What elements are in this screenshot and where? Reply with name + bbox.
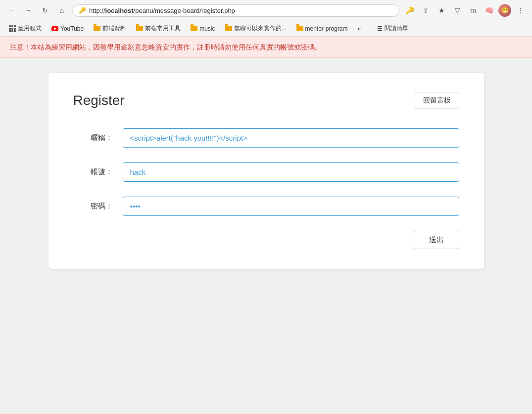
password-label: 密碼：	[73, 202, 113, 211]
browser-toolbar: ← → ↻ ⌂ 🔑 http://localhost/peanu/message…	[0, 0, 532, 21]
url-text: http://localhost/peanu/message-board/reg…	[89, 7, 393, 14]
warning-banner: 注意！本站為練習用網站，因教學用途刻意忽略資安的實作，註冊時請勿使用任何真實的帳…	[0, 37, 532, 58]
url-protocol: http://	[89, 7, 105, 14]
card-header: Register 回留言板	[73, 93, 459, 108]
bookmark-mentor-label: mentor-program	[305, 25, 348, 32]
extensions-icon[interactable]: 🧠	[483, 4, 495, 17]
nickname-label: 暱稱：	[73, 133, 113, 143]
bookmark-apps-label: 應用程式	[18, 24, 42, 33]
lock-icon: 🔑	[79, 7, 86, 14]
bookmark-youtube[interactable]: YouTube	[48, 24, 88, 34]
bookmark-music[interactable]: music	[187, 24, 219, 34]
back-to-board-button[interactable]: 回留言板	[415, 93, 459, 108]
page-background: Register 回留言板 暱稱： 帳號： 密碼： 送出	[0, 58, 532, 405]
bookmark-youtube-label: YouTube	[60, 25, 84, 32]
bookmark-apps[interactable]: 應用程式	[5, 23, 46, 34]
password-row: 密碼：	[73, 197, 459, 216]
folder-icon-4	[225, 25, 232, 32]
folder-icon-3	[191, 25, 197, 32]
bookmark-boring[interactable]: 無聊可以來實作的...	[221, 23, 290, 34]
account-icon[interactable]: m	[467, 4, 480, 17]
bookmark-music-label: music	[199, 25, 215, 32]
reading-list-icon: ☰	[377, 25, 383, 32]
warning-text: 注意！本站為練習用網站，因教學用途刻意忽略資安的實作，註冊時請勿使用任何真實的帳…	[10, 43, 322, 51]
folder-icon-5	[296, 25, 303, 32]
bookmark-frontend-data[interactable]: 前端資料	[90, 23, 130, 34]
folder-icon-2	[136, 25, 143, 32]
reading-list-button[interactable]: ☰ 閱讀清單	[373, 23, 412, 34]
bookmark-mentor[interactable]: mentor-program	[292, 24, 352, 34]
bookmarks-separator	[369, 25, 369, 33]
apps-grid-icon	[9, 25, 16, 32]
bookmark-frontend-data-label: 前端資料	[102, 24, 126, 33]
bookmark-star-icon[interactable]: ★	[435, 4, 448, 17]
password-input[interactable]	[123, 197, 459, 216]
youtube-icon	[51, 25, 58, 32]
key-icon[interactable]: 🔑	[403, 4, 416, 17]
nickname-input[interactable]	[123, 128, 459, 148]
share-icon[interactable]: ⇪	[419, 4, 432, 17]
form-actions: 送出	[73, 231, 459, 249]
account-row: 帳號：	[73, 162, 459, 182]
toolbar-icons: 🔑 ⇪ ★ ▽ m 🧠 😁 ⋮	[403, 4, 527, 17]
bookmarks-bar: 應用程式 YouTube 前端資料 前端常用工具 music	[0, 21, 532, 37]
home-button[interactable]: ⌂	[55, 4, 68, 17]
submit-button[interactable]: 送出	[414, 231, 459, 249]
menu-icon[interactable]: ⋮	[514, 4, 527, 17]
account-label: 帳號：	[73, 167, 113, 177]
reading-list-label: 閱讀清單	[385, 24, 408, 33]
nickname-row: 暱稱：	[73, 128, 459, 148]
bookmark-frontend-tools-label: 前端常用工具	[145, 24, 181, 33]
url-path: /peanu/message-board/register.php	[134, 7, 235, 14]
url-host: localhost	[105, 7, 134, 14]
bookmark-boring-label: 無聊可以來實作的...	[234, 24, 287, 33]
more-label: »	[358, 25, 361, 32]
bookmark-frontend-tools[interactable]: 前端常用工具	[132, 23, 185, 34]
page-title: Register	[73, 93, 125, 108]
browser-chrome: ← → ↻ ⌂ 🔑 http://localhost/peanu/message…	[0, 0, 532, 37]
register-card: Register 回留言板 暱稱： 帳號： 密碼： 送出	[48, 73, 484, 269]
folder-icon-1	[94, 25, 100, 32]
account-input[interactable]	[123, 162, 459, 182]
back-button[interactable]: ←	[5, 4, 18, 17]
address-bar[interactable]: 🔑 http://localhost/peanu/message-board/r…	[72, 4, 399, 17]
profile-icon[interactable]: ▽	[451, 4, 464, 17]
forward-button[interactable]: →	[22, 4, 35, 17]
bookmark-more[interactable]: »	[354, 24, 365, 34]
avatar[interactable]: 😁	[498, 4, 511, 17]
reload-button[interactable]: ↻	[39, 4, 51, 17]
